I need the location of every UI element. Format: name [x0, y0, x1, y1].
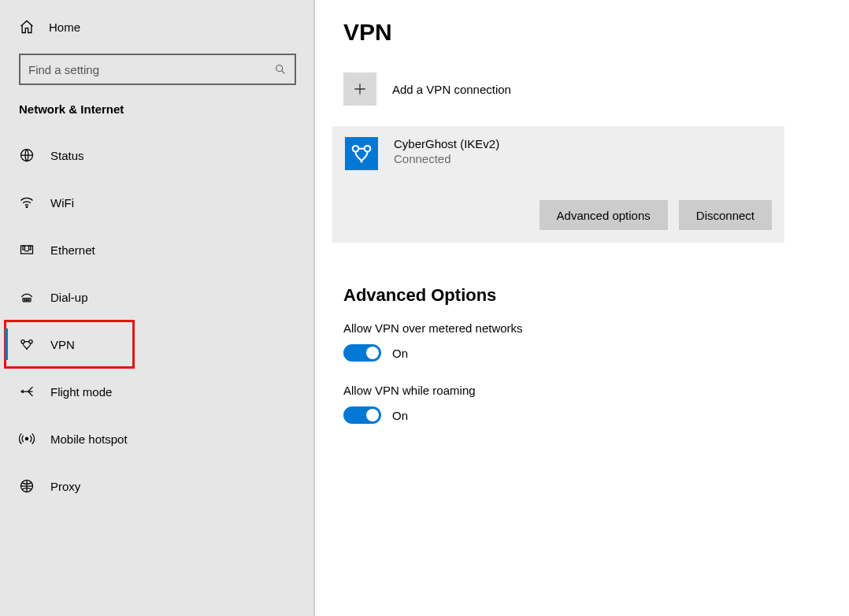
sidebar-nav: Status WiFi Ethernet Dial-up VPN: [0, 132, 315, 510]
option-roaming-label: Allow VPN while roaming: [343, 384, 825, 397]
vpn-icon: [19, 336, 35, 352]
svg-rect-4: [23, 246, 25, 250]
option-roaming-toggle[interactable]: [343, 406, 381, 424]
page-title: VPN: [343, 19, 825, 46]
plus-icon: [343, 72, 376, 106]
sidebar-item-hotspot[interactable]: Mobile hotspot: [0, 415, 315, 462]
svg-point-12: [25, 437, 28, 440]
sidebar-item-flightmode[interactable]: Flight mode: [0, 368, 315, 415]
sidebar: Home Network & Internet Status WiFi: [0, 0, 315, 616]
sidebar-item-label: Status: [50, 149, 84, 162]
svg-point-8: [26, 299, 27, 300]
hotspot-icon: [19, 431, 35, 447]
svg-point-7: [24, 299, 25, 300]
option-roaming: Allow VPN while roaming On: [343, 384, 825, 424]
search-input[interactable]: [28, 63, 274, 76]
svg-rect-5: [29, 246, 32, 250]
svg-point-14: [353, 146, 359, 152]
sidebar-item-wifi[interactable]: WiFi: [0, 179, 315, 226]
sidebar-item-label: Proxy: [50, 480, 80, 493]
advanced-options-button[interactable]: Advanced options: [539, 200, 668, 230]
svg-point-10: [21, 340, 24, 343]
option-metered-label: Allow VPN over metered networks: [343, 321, 825, 335]
sidebar-item-dialup[interactable]: Dial-up: [0, 273, 315, 321]
sidebar-divider: [313, 0, 315, 616]
add-vpn-label: Add a VPN connection: [392, 83, 511, 96]
option-roaming-state: On: [392, 409, 408, 422]
search-container: [19, 54, 296, 85]
sidebar-item-status[interactable]: Status: [0, 132, 315, 179]
disconnect-button[interactable]: Disconnect: [679, 200, 772, 230]
sidebar-item-label: WiFi: [50, 196, 74, 210]
svg-point-9: [28, 299, 29, 300]
vpn-connection-text: CyberGhost (IKEv2) Connected: [394, 137, 499, 165]
globe-icon: [19, 147, 35, 163]
svg-point-0: [276, 65, 283, 72]
sidebar-home[interactable]: Home: [0, 8, 315, 46]
sidebar-item-ethernet[interactable]: Ethernet: [0, 226, 315, 273]
sidebar-item-label: Ethernet: [50, 243, 95, 257]
sidebar-item-label: Dial-up: [50, 291, 88, 304]
ethernet-icon: [19, 242, 35, 258]
sidebar-item-vpn[interactable]: VPN: [5, 321, 134, 368]
sidebar-item-label: Flight mode: [50, 385, 112, 399]
proxy-icon: [19, 478, 35, 494]
search-icon: [274, 63, 287, 76]
wifi-icon: [19, 195, 35, 210]
add-vpn-connection[interactable]: Add a VPN connection: [343, 72, 825, 106]
sidebar-group-label: Network & Internet: [0, 102, 315, 132]
vpn-connection-status: Connected: [394, 152, 499, 165]
main-content: VPN Add a VPN connection CyberGhost (IKE…: [315, 0, 849, 616]
sidebar-item-proxy[interactable]: Proxy: [0, 462, 315, 510]
home-icon: [19, 19, 35, 35]
svg-point-2: [26, 206, 28, 208]
option-metered: Allow VPN over metered networks On: [343, 321, 825, 362]
vpn-connection-icon: [345, 137, 378, 170]
dialup-icon: [19, 289, 35, 305]
svg-point-11: [29, 340, 32, 343]
sidebar-home-label: Home: [49, 20, 80, 34]
option-metered-state: On: [392, 347, 408, 360]
sidebar-item-label: Mobile hotspot: [50, 432, 128, 446]
advanced-options-title: Advanced Options: [343, 285, 825, 306]
vpn-connection-card[interactable]: CyberGhost (IKEv2) Connected Advanced op…: [332, 126, 784, 243]
svg-point-15: [365, 146, 371, 152]
vpn-connection-name: CyberGhost (IKEv2): [394, 137, 499, 150]
airplane-icon: [19, 384, 35, 399]
search-input-wrap[interactable]: [19, 54, 296, 85]
sidebar-item-label: VPN: [50, 338, 75, 351]
option-metered-toggle[interactable]: [343, 344, 381, 362]
